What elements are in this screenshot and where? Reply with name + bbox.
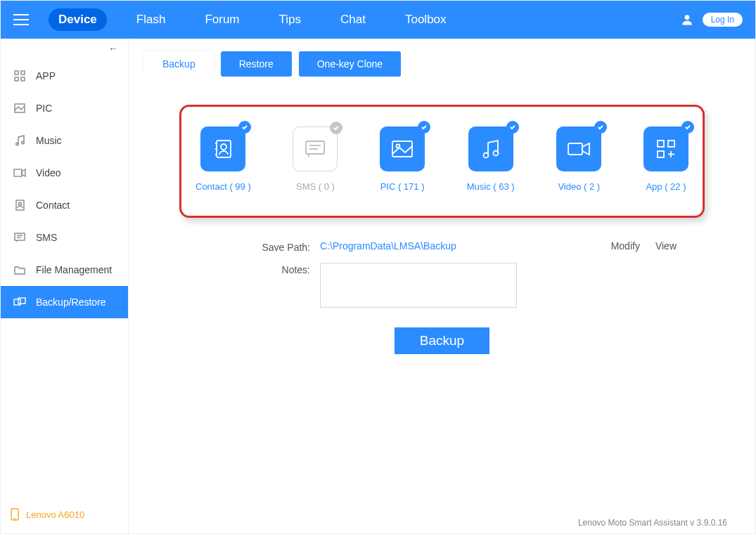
tile-label: Music ( 63 ) [467, 181, 515, 192]
svg-rect-3 [15, 77, 18, 81]
svg-rect-33 [658, 141, 664, 147]
tile-music[interactable]: Music ( 63 ) [467, 126, 515, 192]
svg-rect-35 [658, 151, 664, 157]
tiles-highlight: Contact ( 99 ) SMS ( 0 ) [179, 105, 705, 218]
nav-forum[interactable]: Forum [195, 8, 249, 31]
svg-rect-15 [14, 299, 20, 305]
sidebar-item-sms[interactable]: SMS [1, 221, 128, 254]
svg-point-7 [22, 141, 25, 144]
notes-label: Notes: [207, 263, 320, 275]
sidebar-item-file-management[interactable]: File Management [1, 254, 128, 286]
svg-rect-4 [21, 77, 25, 81]
nav-flash[interactable]: Flash [127, 8, 176, 31]
check-icon [330, 122, 342, 134]
sidebar-item-contact[interactable]: Contact [1, 189, 128, 221]
notes-input[interactable] [320, 263, 517, 308]
tile-label: App ( 22 ) [646, 181, 686, 192]
device-row[interactable]: Lenovo A6010 [11, 508, 84, 521]
tile-app[interactable]: App ( 22 ) [643, 126, 688, 192]
folder-icon [13, 266, 26, 275]
tabs: Backup Restore One-key Clone [144, 51, 740, 77]
sidebar-item-app[interactable]: APP [1, 60, 128, 92]
sidebar-item-backup-restore[interactable]: Backup/Restore [1, 286, 128, 318]
user-icon [680, 13, 694, 27]
svg-rect-31 [568, 143, 582, 155]
sidebar-item-pic[interactable]: PIC [1, 92, 128, 124]
check-icon [681, 121, 694, 134]
svg-point-0 [684, 15, 689, 20]
check-icon [418, 121, 430, 134]
sidebar-item-label: PIC [36, 103, 52, 114]
tile-sms[interactable]: SMS ( 0 ) [293, 126, 338, 192]
tile-label: Video ( 2 ) [558, 181, 600, 192]
app-icon [13, 70, 26, 82]
tile-video[interactable]: Video ( 2 ) [556, 126, 601, 192]
sidebar-item-label: Contact [36, 200, 70, 211]
tab-restore[interactable]: Restore [221, 51, 292, 77]
svg-rect-19 [217, 141, 231, 157]
sidebar-item-label: APP [36, 70, 56, 82]
tile-label: Contact ( 99 ) [196, 181, 251, 192]
svg-point-11 [19, 202, 22, 205]
svg-rect-2 [21, 71, 25, 74]
tile-label: PIC ( 171 ) [380, 181, 425, 192]
check-icon [506, 121, 519, 134]
tab-backup[interactable]: Backup [144, 51, 214, 77]
svg-point-6 [16, 143, 19, 145]
svg-rect-12 [15, 233, 25, 240]
nav-toolbox[interactable]: Toolbox [395, 8, 456, 31]
tile-contact[interactable]: Contact ( 99 ) [196, 126, 251, 192]
login-button[interactable]: Log In [703, 13, 743, 27]
phone-icon [11, 508, 19, 521]
backup-restore-icon [13, 297, 26, 307]
contact-icon [13, 200, 26, 211]
svg-rect-1 [15, 71, 18, 74]
tile-pic[interactable]: PIC ( 171 ) [380, 126, 425, 192]
save-path-label: Save Path: [207, 240, 320, 253]
topbar: Device Flash Forum Tips Chat Toolbox Log… [1, 1, 755, 39]
menu-icon[interactable] [13, 14, 29, 25]
sidebar-item-label: File Management [36, 264, 112, 275]
sidebar-item-video[interactable]: Video [1, 157, 128, 189]
nav-tips[interactable]: Tips [269, 8, 312, 31]
video-icon [13, 169, 26, 177]
sidebar-item-label: Music [36, 135, 62, 146]
check-icon [594, 121, 607, 134]
svg-point-20 [221, 144, 226, 150]
svg-rect-8 [14, 169, 22, 176]
sidebar-item-label: Backup/Restore [36, 297, 106, 308]
pic-icon [13, 103, 26, 113]
collapse-sidebar-icon[interactable]: ← [1, 39, 128, 56]
device-name: Lenovo A6010 [26, 509, 84, 520]
svg-rect-16 [18, 298, 25, 304]
check-icon [238, 121, 251, 134]
sidebar: ← APP PIC Music Video Contact [1, 39, 129, 533]
main: Backup Restore One-key Clone Contact ( 9… [129, 39, 755, 533]
view-button[interactable]: View [655, 240, 677, 252]
tab-onekey-clone[interactable]: One-key Clone [299, 51, 401, 77]
nav-device[interactable]: Device [49, 8, 107, 31]
nav-chat[interactable]: Chat [331, 8, 376, 31]
footer-version: Lenovo Moto Smart Assistant v 3.9.0.16 [144, 511, 740, 533]
save-path-value[interactable]: C:\ProgramData\LMSA\Backup [320, 240, 578, 252]
music-icon [13, 135, 26, 146]
panel: Contact ( 99 ) SMS ( 0 ) [144, 77, 740, 511]
sidebar-item-label: Video [36, 167, 61, 178]
sidebar-item-label: SMS [36, 232, 57, 243]
sms-icon [13, 233, 26, 242]
svg-rect-24 [306, 141, 324, 154]
modify-button[interactable]: Modify [611, 240, 640, 252]
svg-marker-32 [582, 143, 589, 155]
tile-label: SMS ( 0 ) [296, 181, 335, 192]
backup-button[interactable]: Backup [395, 327, 489, 354]
svg-rect-34 [668, 141, 674, 147]
svg-marker-9 [22, 169, 25, 176]
sidebar-item-music[interactable]: Music [1, 124, 128, 157]
nav: Device Flash Forum Tips Chat Toolbox [49, 8, 456, 31]
